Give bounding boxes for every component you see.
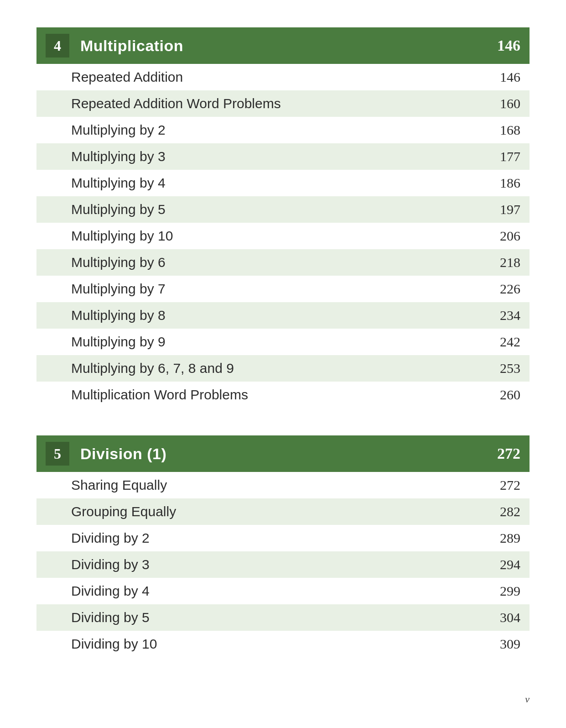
toc-page: 168 [493,122,520,138]
toc-row[interactable]: Multiplying by 7226 [36,276,530,302]
section-5: 5Division (1)272Sharing Equally272Groupi… [36,435,530,657]
toc-page: 289 [493,530,520,546]
toc-page: 272 [493,477,520,493]
toc-page: 294 [493,557,520,572]
toc-page: 226 [493,281,520,297]
toc-row[interactable]: Dividing by 4299 [36,578,530,604]
toc-page: 299 [493,583,520,599]
toc-row[interactable]: Repeated Addition146 [36,64,530,90]
section-title-5: Division (1) [80,445,497,463]
section-title-4: Multiplication [80,37,497,55]
toc-row[interactable]: Multiplication Word Problems260 [36,382,530,408]
toc-row[interactable]: Multiplying by 9242 [36,329,530,355]
toc-row[interactable]: Dividing by 3294 [36,551,530,578]
toc-row[interactable]: Dividing by 2289 [36,525,530,551]
toc-label: Repeated Addition [71,69,493,85]
toc-label: Multiplying by 4 [71,175,493,191]
toc-page: 282 [493,504,520,519]
section-page-5: 272 [497,445,520,462]
toc-label: Multiplying by 5 [71,202,493,217]
toc-page: 304 [493,610,520,625]
page-number: v [525,693,530,705]
toc-label: Multiplication Word Problems [71,387,493,403]
toc-page: 260 [493,387,520,403]
toc-label: Multiplying by 3 [71,149,493,164]
toc-page: 253 [493,361,520,376]
toc-row[interactable]: Multiplying by 3177 [36,143,530,170]
section-page-4: 146 [497,37,520,54]
toc-label: Multiplying by 2 [71,122,493,138]
toc-label: Multiplying by 6, 7, 8 and 9 [71,361,493,376]
section-header-4: 4Multiplication146 [36,27,530,64]
toc-label: Dividing by 3 [71,557,493,572]
toc-page: 186 [493,175,520,191]
toc-row[interactable]: Dividing by 5304 [36,604,530,631]
toc-label: Multiplying by 8 [71,308,493,323]
section-header-5: 5Division (1)272 [36,435,530,472]
toc-label: Sharing Equally [71,477,493,493]
toc-label: Repeated Addition Word Problems [71,96,493,111]
toc-label: Dividing by 4 [71,583,493,599]
section-4: 4Multiplication146Repeated Addition146Re… [36,27,530,408]
toc-row[interactable]: Multiplying by 4186 [36,170,530,196]
toc-label: Dividing by 10 [71,636,493,652]
toc-label: Dividing by 2 [71,530,493,546]
toc-page: 309 [493,636,520,652]
toc-row[interactable]: Multiplying by 6218 [36,249,530,276]
toc-label: Multiplying by 7 [71,281,493,297]
toc-row[interactable]: Dividing by 10309 [36,631,530,657]
toc-row[interactable]: Multiplying by 8234 [36,302,530,329]
toc-row[interactable]: Repeated Addition Word Problems160 [36,90,530,117]
toc-row[interactable]: Grouping Equally282 [36,498,530,525]
toc-row[interactable]: Multiplying by 2168 [36,117,530,143]
toc-page: 234 [493,308,520,323]
toc-label: Multiplying by 9 [71,334,493,350]
toc-page: 242 [493,334,520,350]
toc-row[interactable]: Sharing Equally272 [36,472,530,498]
toc-label: Dividing by 5 [71,610,493,625]
section-number-5: 5 [46,442,69,466]
toc-row[interactable]: Multiplying by 5197 [36,196,530,223]
toc-page: 218 [493,255,520,270]
toc-row[interactable]: Multiplying by 6, 7, 8 and 9253 [36,355,530,382]
toc-label: Multiplying by 6 [71,255,493,270]
toc-label: Grouping Equally [71,504,493,519]
section-number-4: 4 [46,34,69,58]
toc-page: 197 [493,202,520,217]
toc-page: 206 [493,228,520,244]
toc-row[interactable]: Multiplying by 10206 [36,223,530,249]
toc-page: 177 [493,149,520,164]
toc-page: 146 [493,69,520,85]
toc-label: Multiplying by 10 [71,228,493,244]
toc-page: 160 [493,96,520,111]
